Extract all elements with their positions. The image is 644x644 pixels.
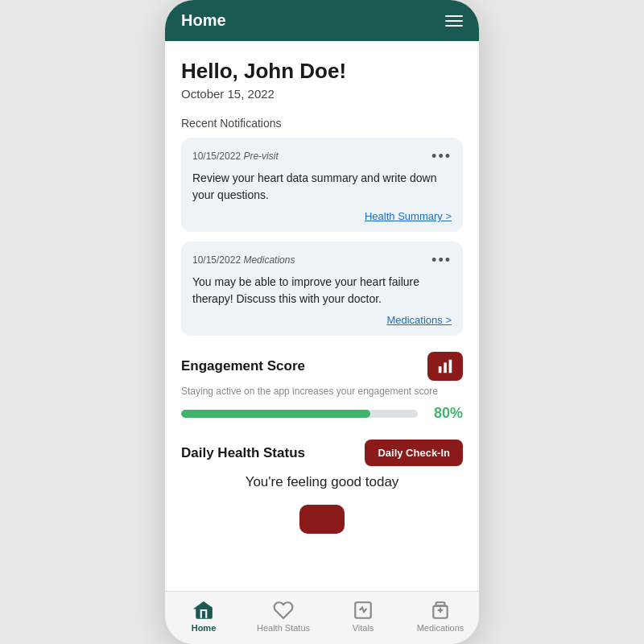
nav-label-medications: Medications bbox=[417, 623, 464, 633]
vitals-icon bbox=[353, 600, 374, 621]
notifications-label: Recent Notifications bbox=[181, 117, 463, 130]
medications-icon bbox=[430, 600, 451, 621]
bottom-navigation: Home Health Status Vitals bbox=[165, 591, 479, 644]
engagement-title: Engagement Score bbox=[181, 358, 305, 374]
progress-bar-fill bbox=[181, 410, 370, 418]
nav-item-vitals[interactable]: Vitals bbox=[339, 600, 387, 633]
nav-item-health-status[interactable]: Health Status bbox=[257, 600, 310, 633]
notification-body-1: Review your heart data summary and write… bbox=[192, 170, 452, 204]
notification-more-2[interactable]: ••• bbox=[431, 253, 452, 267]
notification-card-1: 10/15/2022 Pre-visit ••• Review your hea… bbox=[181, 138, 463, 232]
svg-rect-1 bbox=[444, 362, 447, 373]
engagement-section: Engagement Score Staying active on the a… bbox=[181, 352, 463, 422]
nav-label-home: Home bbox=[192, 623, 217, 633]
engagement-subtitle: Staying active on the app increases your… bbox=[181, 386, 463, 397]
current-date: October 15, 2022 bbox=[181, 87, 463, 101]
svg-rect-0 bbox=[439, 366, 442, 373]
heart-icon bbox=[273, 600, 294, 621]
progress-bar-background bbox=[181, 410, 418, 418]
header-title: Home bbox=[181, 11, 226, 30]
notification-header-1: 10/15/2022 Pre-visit ••• bbox=[192, 149, 452, 163]
engagement-row: Engagement Score bbox=[181, 352, 463, 381]
notification-body-2: You may be able to improve your heart fa… bbox=[192, 274, 452, 308]
notification-link-2[interactable]: Medications > bbox=[192, 314, 452, 326]
home-icon bbox=[193, 600, 214, 621]
daily-health-row: Daily Health Status Daily Check-In bbox=[181, 440, 463, 466]
greeting-text: Hello, John Doe! bbox=[181, 59, 463, 84]
notification-card-2: 10/15/2022 Medications ••• You may be ab… bbox=[181, 242, 463, 336]
bar-chart-icon bbox=[436, 357, 454, 375]
bottom-red-button[interactable] bbox=[299, 505, 345, 534]
menu-button[interactable] bbox=[445, 15, 463, 27]
nav-label-health-status: Health Status bbox=[257, 623, 310, 633]
svg-rect-2 bbox=[449, 360, 452, 374]
notification-meta-1: 10/15/2022 Pre-visit bbox=[192, 151, 279, 162]
progress-percent: 80% bbox=[426, 405, 463, 422]
feeling-text: You're feeling good today bbox=[181, 474, 463, 490]
notification-link-1[interactable]: Health Summary > bbox=[192, 210, 452, 222]
progress-row: 80% bbox=[181, 405, 463, 422]
nav-item-medications[interactable]: Medications bbox=[416, 600, 464, 633]
main-content: Hello, John Doe! October 15, 2022 Recent… bbox=[165, 41, 479, 591]
engagement-chart-button[interactable] bbox=[427, 352, 463, 381]
notification-more-1[interactable]: ••• bbox=[431, 149, 452, 163]
notification-header-2: 10/15/2022 Medications ••• bbox=[192, 253, 452, 267]
daily-health-section: Daily Health Status Daily Check-In You'r… bbox=[181, 440, 463, 534]
nav-item-home[interactable]: Home bbox=[180, 600, 228, 633]
nav-label-vitals: Vitals bbox=[353, 623, 374, 633]
daily-checkin-button[interactable]: Daily Check-In bbox=[365, 440, 463, 466]
notification-meta-2: 10/15/2022 Medications bbox=[192, 254, 295, 266]
bottom-action-area bbox=[181, 505, 463, 534]
daily-health-title: Daily Health Status bbox=[181, 445, 305, 461]
app-header: Home bbox=[165, 0, 479, 41]
